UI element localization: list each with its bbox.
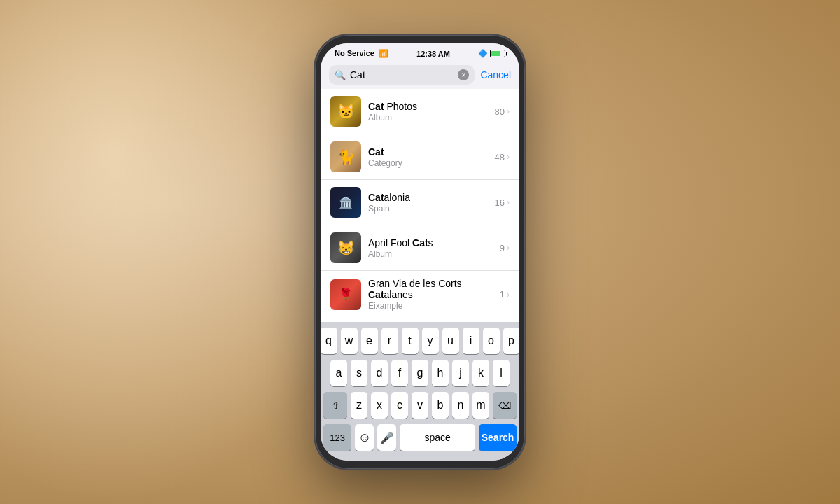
key-b[interactable]: b — [432, 392, 449, 419]
result-count-cat-photos: 80 › — [495, 106, 510, 117]
key-q[interactable]: q — [321, 328, 337, 354]
carrier-text: No Service — [335, 49, 374, 57]
status-icons: 🔷 — [478, 49, 505, 58]
battery-icon — [490, 50, 505, 57]
result-thumb-gran: 🌹 — [330, 279, 361, 310]
emoji-key[interactable]: ☺ — [355, 424, 374, 451]
mic-key[interactable]: 🎤 — [377, 424, 396, 451]
search-input[interactable]: Cat — [350, 69, 454, 80]
search-key[interactable]: Search — [479, 424, 517, 451]
thumb-fool-img: 😸 — [330, 232, 361, 263]
result-info-fool: April Fool Cats Album — [368, 237, 500, 259]
wifi-icon: 📶 — [379, 49, 388, 57]
chevron-icon: › — [507, 243, 510, 253]
search-container: 🔍 Cat × Cancel — [321, 61, 519, 89]
space-key[interactable]: space — [400, 424, 475, 451]
result-subtitle-fool: Album — [368, 249, 500, 259]
screen: No Service 📶 12:38 AM 🔷 🔍 Cat × — [321, 43, 519, 461]
result-thumb-catalonia: 🏛️ — [330, 187, 361, 218]
count-value: 16 — [495, 197, 505, 208]
result-title-catalonia: Catalonia — [368, 192, 495, 203]
key-j[interactable]: j — [452, 360, 469, 386]
delete-key[interactable]: ⌫ — [493, 392, 517, 419]
count-value: 48 — [495, 152, 505, 162]
result-count-cat: 48 › — [495, 152, 510, 162]
key-z[interactable]: z — [351, 392, 368, 419]
result-item-catalonia[interactable]: 🏛️ Catalonia Spain 16 › — [321, 180, 519, 225]
shift-key[interactable]: ⇧ — [323, 392, 347, 419]
bluetooth-icon: 🔷 — [478, 49, 488, 58]
thumb-catalonia-img: 🏛️ — [330, 187, 361, 218]
key-l[interactable]: l — [493, 360, 510, 386]
result-subtitle-gran: Eixample — [368, 301, 500, 311]
count-value: 9 — [500, 243, 505, 253]
result-info-cat: Cat Category — [368, 146, 495, 168]
key-u[interactable]: u — [442, 328, 459, 354]
battery-fill — [491, 51, 500, 56]
search-icon: 🔍 — [335, 70, 346, 80]
key-o[interactable]: o — [483, 328, 500, 354]
scene: No Service 📶 12:38 AM 🔷 🔍 Cat × — [0, 0, 840, 504]
key-c[interactable]: c — [391, 392, 408, 419]
result-thumb-fool: 😸 — [330, 232, 361, 263]
key-t[interactable]: t — [402, 328, 419, 354]
result-title-cat: Cat — [368, 146, 495, 158]
keyboard: q w e r t y u i o p a s d f g — [321, 322, 519, 461]
result-title-fool: April Fool Cats — [368, 237, 500, 248]
chevron-icon: › — [507, 197, 510, 207]
thumb-gran-img: 🌹 — [330, 279, 361, 310]
clear-icon: × — [461, 71, 465, 79]
key-k[interactable]: k — [472, 360, 489, 386]
key-r[interactable]: r — [382, 328, 398, 354]
chevron-icon: › — [507, 152, 510, 162]
result-thumb-cat-photos: 🐱 — [330, 96, 361, 127]
result-info-catalonia: Catalonia Spain — [368, 192, 495, 214]
chevron-icon: › — [507, 290, 510, 300]
key-a[interactable]: a — [330, 360, 347, 386]
numbers-key[interactable]: 123 — [323, 424, 351, 451]
key-x[interactable]: x — [371, 392, 388, 419]
result-subtitle-cat: Category — [368, 158, 495, 168]
result-title-cat-photos: Cat Photos — [368, 101, 495, 112]
key-p[interactable]: p — [503, 328, 520, 354]
key-g[interactable]: g — [412, 360, 428, 386]
search-clear-button[interactable]: × — [458, 69, 469, 80]
result-thumb-cat: 🐈 — [330, 141, 361, 172]
keyboard-row-2: a s d f g h j k l — [323, 360, 517, 386]
status-time: 12:38 AM — [416, 50, 450, 58]
result-info-gran: Gran Via de les Corts Catalanes Eixample — [368, 278, 500, 311]
result-count-fool: 9 › — [500, 243, 510, 253]
result-item-gran-via[interactable]: 🌹 Gran Via de les Corts Catalanes Eixamp… — [321, 271, 519, 318]
count-value: 1 — [500, 289, 505, 300]
results-list: 🐱 Cat Photos Album 80 › 🐈 — [321, 89, 519, 322]
result-item-april-fool-cats[interactable]: 😸 April Fool Cats Album 9 › — [321, 225, 519, 271]
result-title-gran: Gran Via de les Corts Catalanes — [368, 278, 500, 300]
keyboard-row-1: q w e r t y u i o p — [323, 328, 517, 354]
thumb-cat-photos-img: 🐱 — [330, 96, 361, 127]
keyboard-row-4: 123 ☺ 🎤 space Search — [323, 424, 517, 451]
key-f[interactable]: f — [391, 360, 408, 386]
key-h[interactable]: h — [432, 360, 449, 386]
count-value: 80 — [495, 106, 505, 117]
result-item-cat-photos[interactable]: 🐱 Cat Photos Album 80 › — [321, 89, 519, 134]
key-v[interactable]: v — [412, 392, 428, 419]
result-info-cat-photos: Cat Photos Album — [368, 101, 495, 122]
search-bar[interactable]: 🔍 Cat × — [329, 65, 475, 85]
keyboard-row-3: ⇧ z x c v b n m ⌫ — [323, 392, 517, 419]
key-e[interactable]: e — [361, 328, 378, 354]
key-s[interactable]: s — [351, 360, 368, 386]
result-subtitle-catalonia: Spain — [368, 204, 495, 214]
cancel-button[interactable]: Cancel — [480, 69, 511, 80]
key-i[interactable]: i — [463, 328, 479, 354]
key-d[interactable]: d — [371, 360, 388, 386]
key-y[interactable]: y — [422, 328, 439, 354]
result-count-gran: 1 › — [500, 289, 510, 300]
key-m[interactable]: m — [472, 392, 489, 419]
status-carrier: No Service 📶 — [335, 49, 388, 58]
chevron-icon: › — [507, 106, 510, 116]
result-count-catalonia: 16 › — [495, 197, 510, 208]
key-w[interactable]: w — [341, 328, 358, 354]
key-n[interactable]: n — [452, 392, 469, 419]
status-bar: No Service 📶 12:38 AM 🔷 — [321, 43, 519, 61]
result-item-cat[interactable]: 🐈 Cat Category 48 › — [321, 134, 519, 180]
